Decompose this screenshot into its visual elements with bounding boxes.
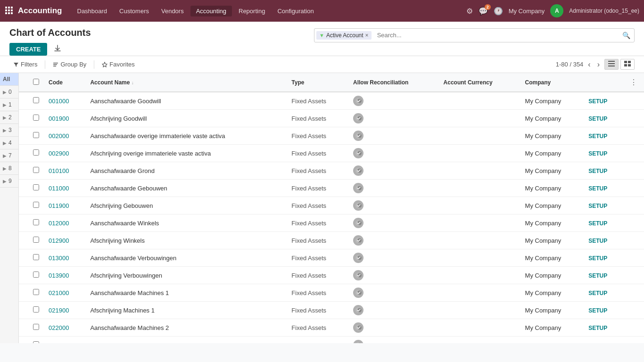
reconcile-toggle[interactable] (353, 113, 363, 123)
code-cell[interactable]: 001900 (44, 110, 85, 127)
code-cell[interactable]: 013900 (44, 267, 85, 284)
nav-configuration[interactable]: Configuration (272, 6, 319, 16)
row-checkbox[interactable] (33, 289, 39, 295)
account-name-cell[interactable]: Afschrijving Machines 2 (85, 337, 287, 344)
account-name-cell[interactable]: Aanschafwaarde Verbouwingen (85, 249, 287, 267)
select-all-checkbox[interactable] (33, 79, 39, 85)
next-page-button[interactable]: › (595, 59, 602, 70)
setup-cell[interactable]: SETUP (584, 337, 623, 344)
account-currency-col-header[interactable]: Account Currency (439, 73, 520, 92)
setup-cell[interactable]: SETUP (584, 127, 623, 145)
company-col-header[interactable]: Company (520, 73, 584, 92)
setup-link[interactable]: SETUP (588, 290, 607, 296)
reconcile-toggle[interactable] (353, 148, 363, 158)
nav-vendors[interactable]: Vendors (156, 6, 190, 16)
row-checkbox[interactable] (33, 97, 39, 103)
reconcile-toggle[interactable] (353, 270, 363, 280)
reconcile-toggle[interactable] (353, 96, 363, 106)
reconcile-toggle[interactable] (353, 253, 363, 263)
reconcile-toggle[interactable] (353, 131, 363, 141)
setup-link[interactable]: SETUP (588, 342, 607, 344)
account-name-cell[interactable]: Afschrijving Goodwill (85, 110, 287, 127)
search-input[interactable] (373, 32, 619, 39)
row-checkbox[interactable] (33, 219, 39, 225)
account-name-cell[interactable]: Afschrijving Gebouwen (85, 197, 287, 214)
filter-tag-close[interactable]: × (365, 32, 369, 39)
row-checkbox[interactable] (33, 149, 39, 156)
nav-reporting[interactable]: Reporting (233, 6, 271, 16)
setup-link[interactable]: SETUP (588, 203, 607, 209)
code-cell[interactable]: 013000 (44, 249, 85, 267)
column-options-button[interactable]: ⋮ (628, 77, 639, 88)
setup-link[interactable]: SETUP (588, 272, 607, 279)
type-col-header[interactable]: Type (287, 73, 348, 92)
setup-cell[interactable]: SETUP (584, 214, 623, 232)
notification-icon[interactable]: 💬 2 (479, 7, 488, 16)
group-by-button[interactable]: Group By (49, 59, 90, 69)
setup-cell[interactable]: SETUP (584, 249, 623, 267)
setup-link[interactable]: SETUP (588, 185, 607, 192)
code-cell[interactable]: 001000 (44, 92, 85, 110)
setup-cell[interactable]: SETUP (584, 284, 623, 302)
setup-cell[interactable]: SETUP (584, 180, 623, 197)
code-cell[interactable]: 012000 (44, 214, 85, 232)
download-icon[interactable] (51, 43, 64, 56)
setup-cell[interactable]: SETUP (584, 232, 623, 249)
clock-icon[interactable]: 🕐 (494, 7, 503, 16)
code-col-header[interactable]: Code (44, 73, 85, 92)
reconcile-toggle[interactable] (353, 200, 363, 211)
setup-link[interactable]: SETUP (588, 115, 607, 122)
reconcile-toggle[interactable] (353, 340, 363, 343)
code-cell[interactable]: 011900 (44, 197, 85, 214)
reconcile-toggle[interactable] (353, 288, 363, 298)
code-cell[interactable]: 012900 (44, 232, 85, 249)
row-checkbox[interactable] (33, 341, 39, 343)
account-name-cell[interactable]: Afschrijving overige immateriele vaste a… (85, 145, 287, 162)
code-cell[interactable]: 010100 (44, 162, 85, 180)
nav-customers[interactable]: Customers (114, 6, 155, 16)
group-item-7[interactable]: ▶ 7 (0, 149, 18, 162)
code-cell[interactable]: 002900 (44, 145, 85, 162)
activity-icon[interactable]: ⚙ (466, 7, 473, 16)
code-cell[interactable]: 021900 (44, 302, 85, 319)
setup-link[interactable]: SETUP (588, 255, 607, 262)
row-checkbox[interactable] (33, 254, 39, 260)
group-item-9[interactable]: ▶ 9 (0, 175, 18, 188)
group-item-2[interactable]: ▶ 2 (0, 111, 18, 124)
list-view-button[interactable] (604, 59, 619, 70)
row-checkbox[interactable] (33, 306, 39, 313)
setup-cell[interactable]: SETUP (584, 92, 623, 110)
group-item-3[interactable]: ▶ 3 (0, 124, 18, 137)
account-name-col-header[interactable]: Account Name (85, 73, 287, 92)
row-checkbox[interactable] (33, 184, 39, 190)
reconcile-toggle[interactable] (353, 183, 363, 193)
account-name-cell[interactable]: Aanschafwaarde Gebouwen (85, 180, 287, 197)
nav-accounting[interactable]: Accounting (190, 6, 232, 16)
account-name-cell[interactable]: Aanschafwaarde Machines 2 (85, 319, 287, 337)
group-item-all[interactable]: All (0, 73, 18, 86)
setup-link[interactable]: SETUP (588, 325, 607, 331)
row-checkbox[interactable] (33, 237, 39, 243)
setup-link[interactable]: SETUP (588, 98, 607, 105)
setup-link[interactable]: SETUP (588, 220, 607, 227)
account-name-cell[interactable]: Aanschafwaarde Machines 1 (85, 284, 287, 302)
code-cell[interactable]: 022900 (44, 337, 85, 344)
code-cell[interactable]: 011000 (44, 180, 85, 197)
setup-cell[interactable]: SETUP (584, 302, 623, 319)
group-item-8[interactable]: ▶ 8 (0, 162, 18, 175)
account-name-cell[interactable]: Afschrijving Verbouwingen (85, 267, 287, 284)
filters-button[interactable]: Filters (9, 59, 41, 69)
grid-view-button[interactable] (620, 59, 635, 70)
account-name-cell[interactable]: Afschrijving Winkels (85, 232, 287, 249)
setup-link[interactable]: SETUP (588, 307, 607, 314)
reconcile-toggle[interactable] (353, 305, 363, 315)
account-name-cell[interactable]: Afschrijving Machines 1 (85, 302, 287, 319)
avatar[interactable]: A (550, 4, 563, 17)
code-cell[interactable]: 021000 (44, 284, 85, 302)
group-item-1[interactable]: ▶ 1 (0, 99, 18, 111)
setup-cell[interactable]: SETUP (584, 110, 623, 127)
reconcile-toggle[interactable] (353, 165, 363, 176)
row-checkbox[interactable] (33, 115, 39, 121)
account-name-cell[interactable]: Aanschafwaarde Grond (85, 162, 287, 180)
setup-link[interactable]: SETUP (588, 238, 607, 244)
